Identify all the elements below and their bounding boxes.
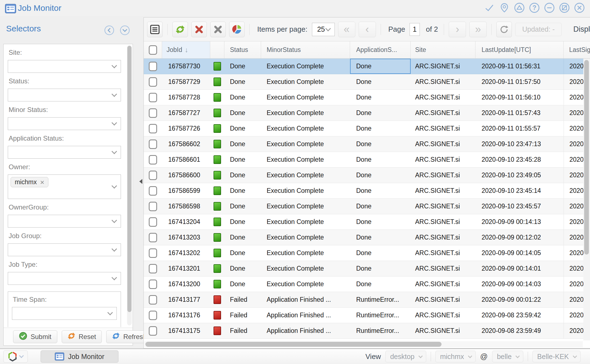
cell-icon[interactable] [210, 152, 224, 167]
cell-minor[interactable]: Application Finished ... [261, 308, 350, 323]
column-header-update[interactable]: LastUpdate[UTC] [475, 41, 564, 58]
cell-minor[interactable]: Execution Complete [261, 59, 350, 74]
cell-status[interactable]: Done [224, 276, 261, 292]
cell-update[interactable]: 2020-09-10 23:45:57 [475, 199, 564, 214]
row-select-cell[interactable] [144, 214, 162, 230]
cell-site[interactable]: ARC.SIGNET.si [411, 214, 475, 230]
view-select[interactable]: desktop [385, 351, 426, 362]
cell-icon[interactable] [210, 214, 224, 230]
submit-button[interactable]: Submit [13, 330, 57, 343]
cell-update[interactable]: 2020-09-10 23:45:28 [475, 152, 564, 167]
dirac-menu-button[interactable] [3, 350, 28, 363]
cell-app[interactable]: Done [350, 90, 411, 105]
cell-lastsig[interactable]: 2020 [564, 308, 583, 323]
cell-update[interactable]: 2020-09-09 00:12:02 [475, 230, 564, 245]
cell-site[interactable]: ARC.SIGNET.si [411, 308, 475, 323]
selectors-vertical-scrollbar[interactable] [127, 45, 132, 325]
table-row[interactable]: 167413202DoneExecution CompleteDoneARC.S… [144, 245, 583, 261]
cell-update[interactable]: 2020-09-11 01:56:31 [475, 59, 564, 74]
cell-update[interactable]: 2020-09-09 00:14:01 [475, 261, 564, 276]
cell-site[interactable]: ARC.SIGNET.si [411, 276, 475, 292]
cell-lastsig[interactable]: 2020 [564, 121, 583, 136]
cell-icon[interactable] [210, 121, 224, 136]
row-select-cell[interactable] [144, 105, 162, 121]
table-row[interactable]: 167587726DoneExecution CompleteDoneARC.S… [144, 121, 583, 136]
cell-lastsig[interactable]: 2020 [564, 214, 583, 230]
row-checkbox[interactable] [149, 139, 157, 149]
row-checkbox[interactable] [149, 264, 157, 273]
cell-icon[interactable] [210, 245, 224, 261]
last-page-button[interactable]: » [469, 22, 487, 37]
cell-lastsig[interactable]: 2020 [564, 136, 583, 152]
cell-jobid[interactable]: 167587729 [162, 74, 210, 89]
cell-status[interactable]: Done [224, 152, 261, 167]
splitter-collapse-arrow-icon[interactable] [139, 179, 142, 184]
cell-minor[interactable]: Execution Complete [261, 199, 350, 214]
cell-minor[interactable]: Execution Complete [261, 168, 350, 183]
cell-app[interactable]: Done [350, 152, 411, 167]
prev-page-button[interactable]: ‹ [359, 22, 376, 37]
cell-status[interactable]: Done [224, 136, 261, 152]
table-row[interactable]: 167586602DoneExecution CompleteDoneARC.S… [144, 136, 583, 152]
help-icon[interactable]: ? [528, 2, 541, 14]
cell-update[interactable]: 2020-09-11 01:56:10 [475, 90, 564, 105]
cell-icon[interactable] [210, 308, 224, 323]
selector-combo-jobtype[interactable] [8, 272, 121, 285]
cell-icon[interactable] [210, 168, 224, 183]
grid-vertical-scrollbar[interactable] [583, 59, 590, 340]
row-checkbox[interactable] [149, 202, 157, 211]
cell-jobid[interactable]: 167413204 [162, 214, 210, 230]
cell-minor[interactable]: Execution Complete [261, 183, 350, 198]
cell-app[interactable]: RuntimeError... [350, 308, 411, 323]
cell-lastsig[interactable]: 2020 [564, 199, 583, 214]
cell-lastsig[interactable]: 2020 [564, 105, 583, 121]
cell-site[interactable]: ARC.SIGNET.si [411, 261, 475, 276]
row-select-cell[interactable] [144, 74, 162, 89]
row-select-cell[interactable] [144, 292, 162, 307]
row-checkbox[interactable] [149, 295, 157, 305]
cell-update[interactable]: 2020-09-09 00:14:13 [475, 214, 564, 230]
selector-combo-site[interactable] [8, 60, 121, 73]
cell-status[interactable]: Done [224, 90, 261, 105]
table-row[interactable]: 167587728DoneExecution CompleteDoneARC.S… [144, 90, 583, 105]
expand-down-icon[interactable] [119, 24, 131, 37]
items-per-page-select[interactable]: 25 [312, 23, 335, 36]
kill-job-icon[interactable] [191, 22, 207, 37]
table-row[interactable]: 167413176FailedApplication Finished ...R… [144, 308, 583, 323]
table-row[interactable]: 167413201DoneExecution CompleteDoneARC.S… [144, 261, 583, 276]
cell-app[interactable]: RuntimeError... [350, 292, 411, 307]
cell-minor[interactable]: Execution Complete [261, 276, 350, 292]
cell-status[interactable]: Failed [224, 323, 261, 338]
cell-update[interactable]: 2020-09-11 01:55:57 [475, 121, 564, 136]
time-span-combo[interactable] [12, 307, 117, 320]
remove-tag-icon[interactable]: × [40, 179, 44, 186]
cell-app[interactable]: Done [350, 183, 411, 198]
cell-lastsig[interactable]: 2020 [564, 74, 583, 89]
cell-minor[interactable]: Execution Complete [261, 152, 350, 167]
row-select-cell[interactable] [144, 152, 162, 167]
column-header-lastsig[interactable]: LastSig [564, 41, 590, 58]
cell-minor[interactable]: Execution Complete [261, 261, 350, 276]
cell-app[interactable]: Done [350, 230, 411, 245]
row-select-cell[interactable] [144, 276, 162, 292]
cell-jobid[interactable]: 167586598 [162, 199, 210, 214]
row-select-cell[interactable] [144, 199, 162, 214]
column-header-app[interactable]: ApplicationS... [350, 41, 411, 58]
row-select-cell[interactable] [144, 245, 162, 261]
cell-app[interactable]: Done [350, 121, 411, 136]
cell-update[interactable]: 2020-09-10 23:45:14 [475, 183, 564, 198]
row-checkbox[interactable] [149, 155, 157, 164]
close-icon[interactable] [573, 2, 586, 14]
cell-jobid[interactable]: 167586602 [162, 136, 210, 152]
cell-status[interactable]: Done [224, 121, 261, 136]
cell-site[interactable]: ARC.SIGNET.si [411, 136, 475, 152]
cell-jobid[interactable]: 167413201 [162, 261, 210, 276]
cell-update[interactable]: 2020-09-11 01:57:50 [475, 74, 564, 89]
updated-button[interactable]: Updated: - [515, 23, 562, 36]
table-row[interactable]: 167413175FailedApplication Finished ...R… [144, 323, 583, 339]
cell-app[interactable]: Done [350, 74, 411, 89]
cell-update[interactable]: 2020-09-11 01:57:43 [475, 105, 564, 121]
row-checkbox[interactable] [149, 93, 157, 102]
pin-check-icon[interactable] [483, 2, 495, 14]
cell-site[interactable]: ARC.SIGNET.si [411, 183, 475, 198]
